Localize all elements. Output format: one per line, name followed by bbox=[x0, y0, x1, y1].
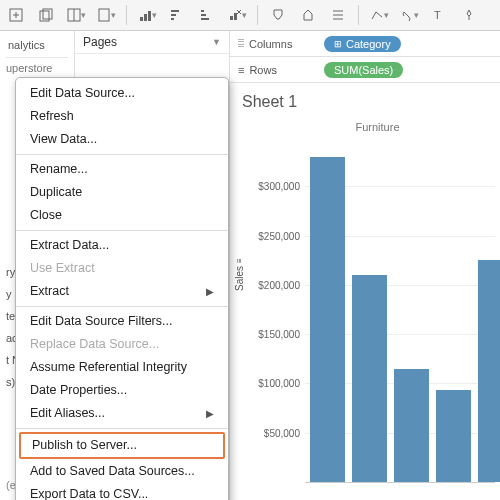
pill-category[interactable]: ⊞Category bbox=[324, 36, 401, 52]
plot: $50,000$100,000$150,000$200,000$250,000$… bbox=[305, 137, 495, 483]
menu-item-assume-referential-integrity[interactable]: Assume Referential Integrity bbox=[16, 356, 228, 379]
svg-rect-9 bbox=[144, 14, 147, 21]
menu-item-close[interactable]: Close bbox=[16, 204, 228, 227]
menu-item-edit-aliases[interactable]: Edit Aliases...▶ bbox=[16, 402, 228, 425]
columns-label: Columns bbox=[249, 38, 292, 50]
menu-item-edit-data-source[interactable]: Edit Data Source... bbox=[16, 82, 228, 105]
svg-rect-10 bbox=[148, 11, 151, 21]
y-tick: $250,000 bbox=[258, 230, 300, 241]
menu-item-extract[interactable]: Extract▶ bbox=[16, 280, 228, 303]
pages-title: Pages bbox=[83, 35, 117, 49]
svg-rect-18 bbox=[234, 13, 237, 20]
svg-text:T: T bbox=[434, 9, 441, 21]
bar[interactable] bbox=[436, 390, 471, 482]
chart-area: Furniture Sales ≡ $50,000$100,000$150,00… bbox=[230, 121, 500, 500]
sort-asc-icon[interactable] bbox=[167, 5, 187, 25]
svg-rect-7 bbox=[99, 9, 109, 21]
menu-item-use-extract: Use Extract bbox=[16, 257, 228, 280]
y-tick: $150,000 bbox=[258, 329, 300, 340]
menu-item-extract-data[interactable]: Extract Data... bbox=[16, 234, 228, 257]
menu-item-refresh[interactable]: Refresh bbox=[16, 105, 228, 128]
menu-item-edit-data-source-filters[interactable]: Edit Data Source Filters... bbox=[16, 310, 228, 333]
bar[interactable] bbox=[478, 260, 500, 482]
y-tick: $100,000 bbox=[258, 378, 300, 389]
svg-rect-16 bbox=[201, 18, 209, 20]
add-sheet-icon[interactable] bbox=[6, 5, 26, 25]
toolbar: ▾ ▾ ▾ ▾ ▾ ▾ T bbox=[0, 0, 500, 31]
rows-shelf[interactable]: ≡Rows SUM(Sales) bbox=[230, 57, 500, 83]
clip-icon[interactable]: ▾ bbox=[399, 5, 419, 25]
y-axis-title: Sales ≡ bbox=[234, 258, 245, 291]
rows-label: Rows bbox=[249, 64, 277, 76]
bar[interactable] bbox=[394, 369, 429, 482]
bar[interactable] bbox=[310, 157, 345, 482]
menu-item-rename[interactable]: Rename... bbox=[16, 158, 228, 181]
chevron-down-icon[interactable]: ▼ bbox=[212, 37, 221, 47]
text-icon[interactable]: T bbox=[429, 5, 449, 25]
new-story-icon[interactable]: ▾ bbox=[96, 5, 116, 25]
menu-item-date-properties[interactable]: Date Properties... bbox=[16, 379, 228, 402]
line-icon[interactable]: ▾ bbox=[369, 5, 389, 25]
y-tick: $300,000 bbox=[258, 181, 300, 192]
datasource-context-menu: Edit Data Source...RefreshView Data...Re… bbox=[15, 77, 229, 500]
highlight-icon[interactable] bbox=[268, 5, 288, 25]
swap-icon[interactable]: ▾ bbox=[137, 5, 157, 25]
pill-sum-sales[interactable]: SUM(Sales) bbox=[324, 62, 403, 78]
pin-icon[interactable] bbox=[459, 5, 479, 25]
sheet-title[interactable]: Sheet 1 bbox=[230, 83, 500, 121]
columns-icon: ⦙⦙⦙ bbox=[238, 37, 244, 50]
svg-rect-13 bbox=[171, 18, 174, 20]
category-header: Furniture bbox=[260, 121, 495, 133]
svg-rect-15 bbox=[201, 14, 206, 16]
y-tick: $50,000 bbox=[264, 427, 300, 438]
menu-item-add-to-saved-data-sources[interactable]: Add to Saved Data Sources... bbox=[16, 460, 228, 483]
columns-shelf[interactable]: ⦙⦙⦙Columns ⊞Category bbox=[230, 31, 500, 57]
y-tick: $200,000 bbox=[258, 279, 300, 290]
menu-item-duplicate[interactable]: Duplicate bbox=[16, 181, 228, 204]
menu-item-view-data[interactable]: View Data... bbox=[16, 128, 228, 151]
group-icon[interactable] bbox=[298, 5, 318, 25]
svg-rect-8 bbox=[140, 17, 143, 21]
menu-item-export-data-to-csv[interactable]: Export Data to CSV... bbox=[16, 483, 228, 500]
svg-rect-17 bbox=[230, 16, 233, 20]
svg-rect-12 bbox=[171, 14, 176, 16]
analytics-tab[interactable]: nalytics bbox=[6, 35, 68, 58]
menu-item-publish-to-server[interactable]: Publish to Server... bbox=[19, 432, 225, 459]
svg-rect-14 bbox=[201, 10, 204, 12]
sort-desc-icon[interactable] bbox=[197, 5, 217, 25]
bar[interactable] bbox=[352, 275, 387, 482]
format-icon[interactable] bbox=[328, 5, 348, 25]
new-dashboard-icon[interactable]: ▾ bbox=[66, 5, 86, 25]
clear-icon[interactable]: ▾ bbox=[227, 5, 247, 25]
menu-item-replace-data-source: Replace Data Source... bbox=[16, 333, 228, 356]
datasource-name[interactable]: uperstore bbox=[6, 62, 68, 74]
duplicate-icon[interactable] bbox=[36, 5, 56, 25]
svg-rect-11 bbox=[171, 10, 179, 12]
rows-icon: ≡ bbox=[238, 64, 244, 76]
